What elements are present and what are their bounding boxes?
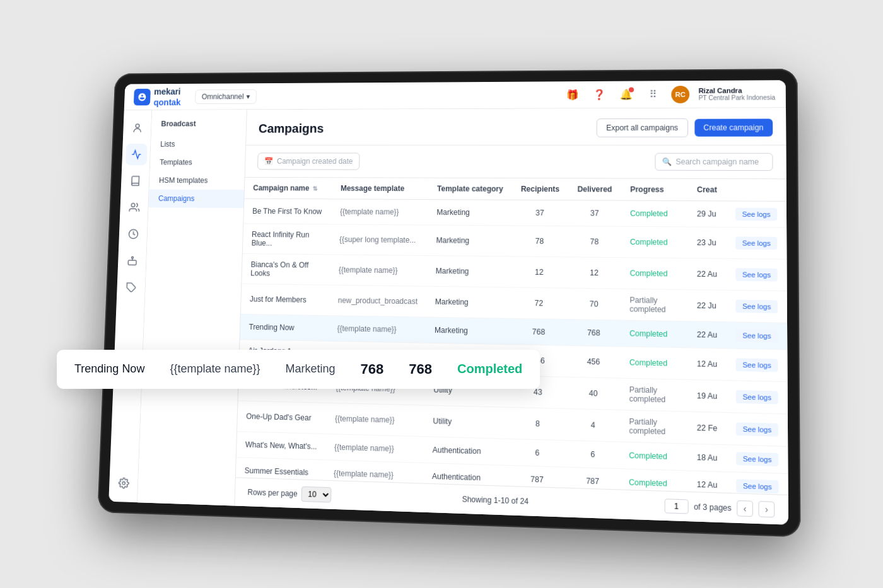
see-logs-button[interactable]: See logs bbox=[736, 390, 778, 404]
sidebar-icon-book[interactable] bbox=[124, 170, 146, 191]
cell-progress: Completed bbox=[621, 226, 687, 258]
gift-icon[interactable]: 🎁 bbox=[563, 86, 581, 103]
cell-action: See logs bbox=[727, 258, 787, 291]
cell-category: Marketing bbox=[426, 255, 511, 287]
see-logs-button[interactable]: See logs bbox=[736, 479, 778, 493]
cell-progress: Partially completed bbox=[621, 289, 688, 321]
next-page-button[interactable]: › bbox=[758, 500, 775, 517]
grid-icon[interactable]: ⠿ bbox=[644, 85, 662, 103]
see-logs-button[interactable]: See logs bbox=[735, 268, 777, 281]
campaigns-table: Campaign name ⇅ Message template Templat… bbox=[236, 177, 788, 494]
cell-category: Marketing bbox=[426, 317, 510, 345]
omnichannel-dropdown[interactable]: Omnichannel ▾ bbox=[195, 89, 257, 103]
sidebar-icon-tag[interactable] bbox=[120, 276, 142, 298]
topbar-icons: 🎁 ❓ 🔔 ⠿ RC Rizal Candra PT Central Park … bbox=[563, 84, 775, 103]
sort-icon: ⇅ bbox=[312, 185, 317, 192]
popup-progress: Completed bbox=[457, 362, 522, 376]
search-box[interactable]: 🔍 Search campaign name bbox=[655, 153, 773, 170]
rows-per-page-select[interactable]: 10 25 50 bbox=[301, 486, 331, 502]
popup-delivered: 768 bbox=[409, 361, 432, 378]
cell-template: {{template name}} bbox=[331, 199, 428, 224]
rows-per-page-label: Rows per page bbox=[247, 487, 297, 498]
table-row[interactable]: React Infinity Run Blue... {{super long … bbox=[243, 223, 787, 258]
cell-campaign-name: Be The First To Know bbox=[243, 199, 332, 224]
notification-icon[interactable]: 🔔 bbox=[617, 85, 635, 103]
total-pages-label: of 3 pages bbox=[694, 502, 732, 512]
col-created: Creat bbox=[687, 178, 726, 200]
svg-point-0 bbox=[136, 124, 139, 127]
prev-page-button[interactable]: ‹ bbox=[737, 500, 753, 516]
cell-category: Marketing bbox=[426, 286, 510, 318]
see-logs-button[interactable]: See logs bbox=[736, 358, 778, 372]
header-actions: Export all campaigns Create campaign bbox=[597, 118, 773, 137]
see-logs-button[interactable]: See logs bbox=[735, 236, 777, 250]
sidebar-icon-people[interactable] bbox=[123, 196, 145, 218]
see-logs-button[interactable]: See logs bbox=[736, 422, 778, 437]
col-campaign-name[interactable]: Campaign name ⇅ bbox=[244, 177, 332, 199]
avatar[interactable]: RC bbox=[671, 85, 689, 103]
popup-recipients: 768 bbox=[361, 361, 384, 378]
cell-template: {{template name}} bbox=[325, 434, 424, 463]
cell-campaign-name: React Infinity Run Blue... bbox=[243, 223, 331, 254]
sidebar-icon-bot[interactable] bbox=[121, 250, 143, 272]
see-logs-button[interactable]: See logs bbox=[735, 299, 778, 313]
cell-created: 22 Au bbox=[687, 258, 726, 290]
notification-badge bbox=[629, 86, 634, 91]
chevron-down-icon: ▾ bbox=[246, 92, 250, 100]
cell-created: 22 Ju bbox=[687, 289, 727, 321]
cell-created: 22 Au bbox=[687, 321, 727, 348]
cell-progress: Partially completed bbox=[620, 410, 687, 444]
cell-category: Marketing bbox=[428, 199, 512, 225]
cell-created: 22 Fe bbox=[687, 412, 727, 445]
cell-action: See logs bbox=[727, 444, 788, 473]
date-filter[interactable]: 📅 Campaign created date bbox=[257, 153, 360, 170]
broadcast-nav-title: Broadcast bbox=[151, 119, 247, 135]
cell-recipients: 6 bbox=[508, 439, 566, 467]
cell-action: See logs bbox=[727, 471, 788, 494]
cell-action: See logs bbox=[727, 380, 788, 413]
cell-action: See logs bbox=[727, 321, 787, 349]
campaigns-table-wrapper: Campaign name ⇅ Message template Templat… bbox=[236, 177, 788, 494]
nav-item-hsm[interactable]: HSM templates bbox=[149, 171, 245, 189]
cell-category: Authentication bbox=[423, 436, 509, 465]
col-template-category: Template category bbox=[428, 178, 512, 200]
sidebar-icon-broadcast[interactable] bbox=[125, 143, 147, 164]
see-logs-button[interactable]: See logs bbox=[736, 328, 778, 342]
nav-item-templates[interactable]: Templates bbox=[150, 153, 245, 171]
cell-category: Utility bbox=[424, 405, 509, 438]
create-campaign-button[interactable]: Create campaign bbox=[694, 118, 773, 136]
cell-campaign-name: Trending Now bbox=[240, 314, 329, 341]
svg-point-8 bbox=[122, 481, 125, 485]
cell-created: 18 Au bbox=[687, 444, 727, 472]
nav-item-lists[interactable]: Lists bbox=[151, 135, 246, 153]
export-button[interactable]: Export all campaigns bbox=[597, 118, 688, 137]
sidebar-icon-clock[interactable] bbox=[122, 222, 144, 245]
svg-point-4 bbox=[131, 257, 133, 258]
see-logs-button[interactable]: See logs bbox=[735, 207, 777, 221]
cell-progress: Completed bbox=[619, 442, 687, 471]
nav-item-campaigns[interactable]: Campaigns bbox=[149, 189, 244, 208]
table-row[interactable]: Be The First To Know {{template name}} M… bbox=[243, 199, 787, 228]
cell-delivered: 40 bbox=[566, 377, 620, 410]
help-icon[interactable]: ❓ bbox=[590, 86, 609, 103]
user-company: PT Central Park Indonesia bbox=[698, 94, 775, 101]
date-filter-label: Campaign created date bbox=[277, 157, 353, 166]
cell-recipients: 78 bbox=[511, 225, 568, 257]
cell-action: See logs bbox=[727, 348, 788, 381]
col-recipients: Recipients bbox=[512, 178, 569, 200]
logo-text-qontak: qontak bbox=[153, 97, 180, 107]
sidebar-icon-person[interactable] bbox=[126, 117, 148, 139]
page-input[interactable] bbox=[664, 499, 688, 514]
highlighted-row-popup: Trending Now {{template name}} Marketing… bbox=[57, 350, 540, 389]
cell-template: {{super long template... bbox=[330, 224, 428, 255]
logo: mekari qontak bbox=[134, 86, 182, 107]
cell-progress: Completed bbox=[620, 346, 687, 379]
cell-recipients: 768 bbox=[510, 318, 568, 345]
see-logs-button[interactable]: See logs bbox=[736, 452, 778, 466]
cell-created: 23 Ju bbox=[687, 227, 726, 258]
cell-campaign-name: What's New, What's... bbox=[237, 431, 326, 459]
cell-delivered: 78 bbox=[568, 226, 621, 257]
sidebar-icon-settings[interactable] bbox=[112, 471, 135, 495]
cell-created: 29 Ju bbox=[687, 200, 726, 227]
popup-category: Marketing bbox=[286, 362, 336, 376]
